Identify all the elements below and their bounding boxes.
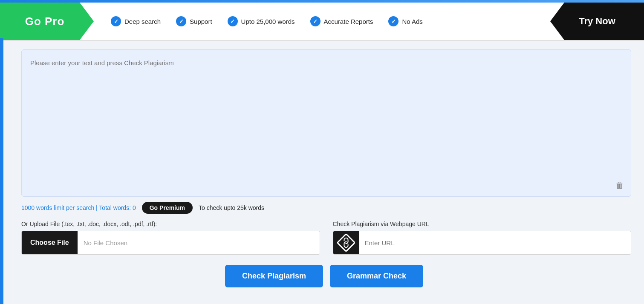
go-pro-label: Go Pro: [25, 15, 65, 28]
feature-words: ✓ Upto 25,000 words: [228, 16, 295, 26]
choose-file-label: Choose File: [30, 239, 69, 247]
main-content: 🗑 1000 words limit per search | Total wo…: [0, 41, 644, 296]
url-input[interactable]: [359, 231, 631, 254]
feature-deep-search: ✓ Deep search: [111, 16, 161, 26]
file-name-display: No File Chosen: [78, 231, 320, 254]
features-list: ✓ Deep search ✓ Support ✓ Upto 25,000 wo…: [94, 3, 550, 40]
action-buttons-row: Check Plagiarism Grammar Check: [17, 265, 631, 287]
feature-no-ads-label: No Ads: [402, 18, 422, 25]
word-limit-bar: 1000 words limit per search | Total word…: [21, 202, 631, 214]
premium-desc: To check upto 25k words: [199, 204, 264, 211]
link-icon: [336, 233, 355, 252]
grammar-check-button[interactable]: Grammar Check: [330, 265, 423, 287]
check-icon-support: ✓: [176, 16, 186, 26]
url-label: Check Plagiarism via Webpage URL: [333, 221, 632, 227]
url-icon-box: [333, 231, 359, 254]
left-accent-bar: [0, 38, 3, 304]
file-input-row: Choose File No File Chosen: [21, 231, 320, 255]
feature-deep-search-label: Deep search: [124, 18, 161, 25]
check-icon-words: ✓: [228, 16, 238, 26]
upload-section: Or Upload File (.tex, .txt, .doc, .docx,…: [21, 221, 320, 255]
try-now-label: Try Now: [579, 16, 615, 27]
trash-icon[interactable]: 🗑: [615, 181, 624, 190]
go-premium-button[interactable]: Go Premium: [142, 202, 193, 214]
feature-support: ✓ Support: [176, 16, 212, 26]
text-area-container: 🗑: [21, 49, 631, 197]
word-limit-text: 1000 words limit per search | Total word…: [21, 204, 136, 211]
feature-words-label: Upto 25,000 words: [241, 18, 295, 25]
top-banner: Go Pro ✓ Deep search ✓ Support ✓ Upto 25…: [0, 3, 644, 41]
check-icon-accurate: ✓: [310, 16, 321, 26]
url-section: Check Plagiarism via Webpage URL: [333, 221, 632, 255]
upload-url-row: Or Upload File (.tex, .txt, .doc, .docx,…: [21, 221, 631, 255]
feature-support-label: Support: [190, 18, 212, 25]
grammar-check-label: Grammar Check: [347, 272, 406, 280]
feature-no-ads: ✓ No Ads: [388, 16, 422, 26]
feature-accurate: ✓ Accurate Reports: [310, 16, 373, 26]
url-input-row: [333, 231, 632, 255]
go-pro-badge[interactable]: Go Pro: [0, 3, 94, 40]
check-icon-deep-search: ✓: [111, 16, 121, 26]
check-plagiarism-button[interactable]: Check Plagiarism: [225, 265, 323, 287]
try-now-button[interactable]: Try Now: [550, 3, 644, 40]
upload-label: Or Upload File (.tex, .txt, .doc, .docx,…: [21, 221, 320, 227]
check-icon-no-ads: ✓: [388, 16, 399, 26]
go-premium-label: Go Premium: [150, 204, 185, 211]
plagiarism-text-input[interactable]: [30, 58, 622, 186]
check-plagiarism-label: Check Plagiarism: [242, 272, 306, 280]
feature-accurate-label: Accurate Reports: [324, 18, 373, 25]
choose-file-button[interactable]: Choose File: [22, 231, 78, 254]
